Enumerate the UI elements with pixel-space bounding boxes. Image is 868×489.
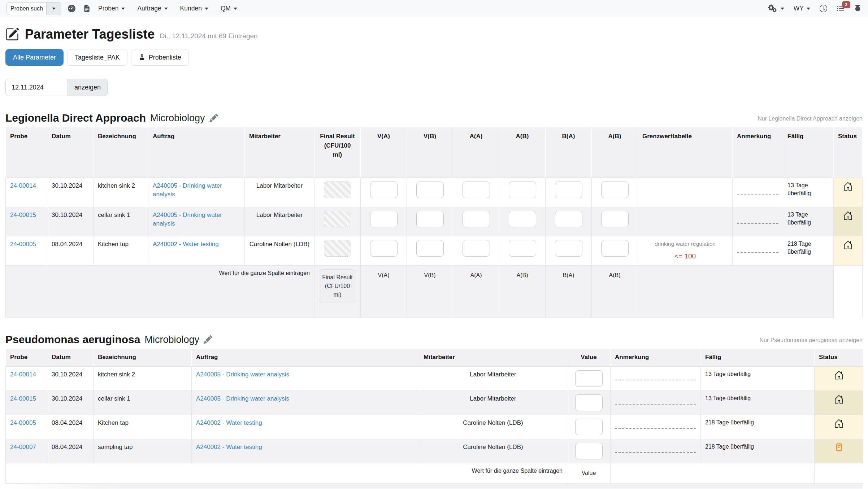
value-input[interactable] — [575, 394, 603, 411]
edit-section-icon[interactable] — [204, 335, 212, 344]
value-input[interactable] — [601, 240, 629, 257]
value-input[interactable] — [601, 211, 629, 227]
menu-qm[interactable]: QM — [221, 5, 237, 12]
menu-auftr-ge[interactable]: Aufträge — [137, 5, 168, 12]
file-icon[interactable] — [83, 5, 90, 12]
filter-probenliste[interactable]: Probenliste — [131, 49, 189, 66]
fill-column-button[interactable]: B(A) — [550, 269, 587, 279]
house-icon[interactable] — [843, 211, 853, 221]
section-title: Legionella Direct Approach — [5, 112, 146, 124]
anmerkung-field[interactable] — [737, 194, 778, 195]
caret-down-icon — [52, 8, 56, 10]
probe-link[interactable]: 24-00015 — [10, 395, 36, 402]
anmerkung-field[interactable] — [737, 223, 778, 224]
value-input[interactable] — [463, 211, 490, 227]
value-input[interactable] — [416, 240, 444, 257]
anmerkung-field[interactable] — [737, 252, 778, 253]
table-row: 24-0000508.04.2024Kitchen tapA240002 - W… — [6, 236, 863, 266]
filter-tagesliste-pak[interactable]: Tagesliste_PAK — [67, 49, 127, 66]
edit-section-icon[interactable] — [209, 114, 218, 122]
fill-column-button[interactable]: A(B) — [596, 269, 633, 279]
value-input[interactable] — [509, 211, 536, 227]
auftrag-link[interactable]: A240005 - Drinking water analysis — [153, 182, 222, 198]
value-input[interactable] — [509, 182, 536, 198]
col-bezeichnung: Bezeichnung — [94, 349, 192, 367]
fill-column-button[interactable]: V(B) — [411, 269, 448, 279]
col-datum: Datum — [47, 127, 94, 178]
col-a-b: A(B) — [499, 127, 546, 178]
probe-link[interactable]: 24-00014 — [10, 371, 36, 378]
main-content: Parameter Tagesliste Di., 12.11.2024 mit… — [0, 27, 868, 484]
house-icon[interactable] — [843, 240, 853, 250]
search-input[interactable] — [6, 2, 46, 15]
col-value: Value — [567, 349, 611, 367]
caret-down-icon — [205, 8, 208, 10]
value-input[interactable] — [555, 182, 582, 198]
anmerkung-field[interactable] — [615, 452, 696, 453]
house-icon[interactable] — [834, 370, 844, 380]
value-input[interactable] — [370, 182, 398, 198]
menu-kunden[interactable]: Kunden — [180, 5, 208, 12]
auftrag-link[interactable]: A240005 - Drinking water analysis — [196, 371, 289, 378]
value-input[interactable] — [463, 240, 490, 257]
menu-proben[interactable]: Proben — [98, 5, 125, 12]
auftrag-link[interactable]: A240005 - Drinking water analysis — [153, 211, 222, 227]
col-grenzwerttabelle: Grenzwerttabelle — [638, 127, 733, 178]
report-icon[interactable] — [834, 443, 843, 452]
power-icon[interactable] — [854, 5, 862, 12]
auftrag-link[interactable]: A240002 - Water testing — [196, 444, 262, 450]
fill-column-button[interactable]: V(A) — [365, 269, 402, 279]
fill-column-button[interactable]: A(A) — [457, 269, 495, 279]
speedometer-icon[interactable] — [68, 5, 75, 12]
date-input[interactable] — [5, 79, 68, 96]
value-input[interactable] — [416, 211, 444, 227]
col-datum: Datum — [47, 349, 94, 367]
anmerkung-field[interactable] — [615, 428, 696, 429]
value-input[interactable] — [555, 240, 582, 257]
col-v-b: V(B) — [407, 127, 453, 178]
search-dropdown-button[interactable] — [46, 2, 61, 15]
probe-link[interactable]: 24-00015 — [10, 211, 36, 218]
value-input[interactable] — [555, 211, 582, 227]
anmerkung-field[interactable] — [615, 404, 696, 405]
filter-alle-parameter[interactable]: Alle Parameter — [5, 49, 64, 66]
fill-column-button[interactable]: Final Result (CFU/100 ml) — [319, 269, 356, 303]
auftrag-link[interactable]: A240005 - Drinking water analysis — [196, 395, 289, 402]
only-section-link[interactable]: Nur Legionella Direct Approach anzeigen — [758, 115, 863, 122]
auftrag-link[interactable]: A240002 - Water testing — [153, 241, 219, 248]
probe-link[interactable]: 24-00014 — [10, 182, 36, 189]
value-input[interactable] — [575, 443, 603, 459]
house-icon[interactable] — [843, 182, 853, 191]
user-menu[interactable]: WY — [794, 5, 810, 12]
only-section-link[interactable]: Nur Pseudomonas aeruginosa anzeigen — [759, 337, 863, 344]
user-initials: WY — [794, 5, 804, 12]
value-input[interactable] — [575, 370, 603, 387]
value-input[interactable] — [463, 182, 490, 198]
show-button[interactable]: anzeigen — [68, 79, 108, 96]
probe-link[interactable]: 24-00005 — [10, 241, 36, 248]
section-legionella: Legionella Direct Approach Microbiology … — [5, 112, 863, 318]
auftrag-link[interactable]: A240002 - Water testing — [196, 419, 262, 426]
anmerkung-field[interactable] — [615, 380, 696, 380]
value-input[interactable] — [370, 211, 398, 227]
clock-icon[interactable] — [820, 5, 827, 12]
value-input[interactable] — [416, 182, 444, 198]
value-input[interactable] — [509, 240, 536, 257]
value-input[interactable] — [370, 240, 398, 257]
house-icon[interactable] — [834, 394, 844, 404]
notification-badge: 2 — [842, 1, 850, 9]
value-input[interactable] — [601, 182, 629, 198]
caret-down-icon — [234, 8, 237, 10]
probe-link[interactable]: 24-00007 — [10, 444, 36, 450]
house-icon[interactable] — [834, 419, 844, 428]
value-input[interactable] — [575, 419, 603, 435]
fill-column-button[interactable]: A(B) — [504, 269, 541, 279]
col-auftrag: Auftrag — [148, 127, 245, 178]
table-row: 24-0001430.10.2024kitchen sink 2A240005 … — [6, 366, 863, 390]
filter-buttons: Alle ParameterTagesliste_PAKProbenliste — [5, 49, 863, 66]
task-list-button[interactable]: 2 — [837, 5, 845, 13]
col-probe: Probe — [6, 349, 47, 367]
fill-column-button[interactable]: Value — [572, 467, 606, 477]
settings-menu[interactable] — [768, 4, 784, 13]
probe-link[interactable]: 24-00005 — [10, 419, 36, 426]
